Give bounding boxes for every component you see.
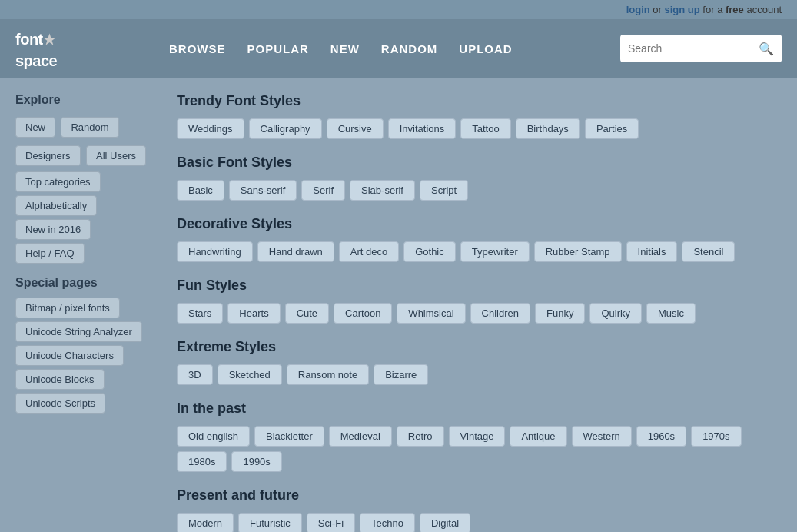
tag-typewriter[interactable]: Typewriter: [460, 241, 530, 262]
nav-new[interactable]: NEW: [330, 42, 360, 55]
login-link[interactable]: login: [626, 4, 650, 15]
tag-blackletter[interactable]: Blackletter: [254, 426, 324, 447]
tag-weddings[interactable]: Weddings: [177, 118, 244, 139]
section-title-4: Extreme Styles: [177, 339, 782, 355]
tag-1970s[interactable]: 1970s: [691, 426, 741, 447]
explore-inline-buttons-2: Designers All Users: [15, 143, 161, 168]
tag-1960s[interactable]: 1960s: [636, 426, 686, 447]
sidebar-btn-alphabetically[interactable]: Alphabetically: [15, 195, 97, 216]
tag-rubber-stamp[interactable]: Rubber Stamp: [534, 241, 622, 262]
sidebar-btn-new[interactable]: New: [15, 117, 55, 138]
tag-parties[interactable]: Parties: [585, 118, 639, 139]
tag-stencil[interactable]: Stencil: [682, 241, 735, 262]
sidebar-btn-allusers[interactable]: All Users: [86, 145, 146, 166]
sidebar-btn-unicode-blocks[interactable]: Unicode Blocks: [15, 369, 105, 390]
tag-whimsical[interactable]: Whimsical: [397, 303, 465, 324]
tag-sci-fi[interactable]: Sci-Fi: [307, 513, 355, 532]
tag-handwriting[interactable]: Handwriting: [177, 241, 253, 262]
tag-invitations[interactable]: Invitations: [388, 118, 457, 139]
tag-cute[interactable]: Cute: [285, 303, 329, 324]
tag-cartoon[interactable]: Cartoon: [334, 303, 392, 324]
tags-row-2: HandwritingHand drawnArt decoGothicTypew…: [177, 241, 782, 262]
signup-link[interactable]: sign up: [665, 4, 700, 15]
logo: font★space: [15, 27, 57, 70]
tag-3d[interactable]: 3D: [177, 364, 213, 385]
sidebar-btn-designers[interactable]: Designers: [15, 145, 81, 166]
tags-row-5: Old englishBlackletterMedievalRetroVinta…: [177, 426, 782, 472]
sidebar-btn-topcategories[interactable]: Top categories: [15, 171, 101, 192]
main-layout: Explore New Random Designers All Users T…: [0, 78, 797, 532]
sidebar-btn-unicode-scripts[interactable]: Unicode Scripts: [15, 393, 105, 414]
tag-digital[interactable]: Digital: [420, 513, 470, 532]
tags-row-1: BasicSans-serifSerifSlab-serifScript: [177, 180, 782, 201]
main-nav: BROWSE POPULAR NEW RANDOM UPLOAD: [169, 42, 597, 55]
tag-antique[interactable]: Antique: [510, 426, 566, 447]
section-title-6: Present and future: [177, 487, 782, 504]
nav-browse[interactable]: BROWSE: [169, 42, 226, 55]
tag-medieval[interactable]: Medieval: [329, 426, 392, 447]
sidebar: Explore New Random Designers All Users T…: [15, 93, 161, 532]
sidebar-btn-helpfaq[interactable]: Help / FAQ: [15, 243, 85, 264]
nav-upload[interactable]: UPLOAD: [459, 42, 512, 55]
tag-stars[interactable]: Stars: [177, 303, 223, 324]
tags-row-0: WeddingsCalligraphyCursiveInvitationsTat…: [177, 118, 782, 139]
top-bar: login or sign up for a free account: [0, 0, 797, 19]
sidebar-btn-bitmap[interactable]: Bitmap / pixel fonts: [15, 298, 120, 318]
section-title-2: Decorative Styles: [177, 216, 782, 232]
tag-old-english[interactable]: Old english: [177, 426, 250, 447]
tag-art-deco[interactable]: Art deco: [339, 241, 399, 262]
tag-music[interactable]: Music: [646, 303, 696, 324]
logo-area: font★space: [15, 27, 146, 70]
logo-star: ★: [43, 32, 55, 48]
tag-retro[interactable]: Retro: [397, 426, 444, 447]
tags-row-6: ModernFuturisticSci-FiTechnoDigital: [177, 513, 782, 532]
tag-1990s[interactable]: 1990s: [231, 451, 281, 472]
explore-title: Explore: [15, 93, 161, 107]
header: font★space BROWSE POPULAR NEW RANDOM UPL…: [0, 19, 797, 78]
search-button[interactable]: 🔍: [751, 35, 782, 62]
tag-cursive[interactable]: Cursive: [327, 118, 384, 139]
tag-techno[interactable]: Techno: [360, 513, 415, 532]
section-title-1: Basic Font Styles: [177, 155, 782, 171]
tags-row-4: 3DSketchedRansom noteBizarre: [177, 364, 782, 385]
sidebar-btn-unicode-chars[interactable]: Unicode Characters: [15, 345, 124, 366]
tag-hearts[interactable]: Hearts: [227, 303, 280, 324]
tag-birthdays[interactable]: Birthdays: [516, 118, 580, 139]
tag-sketched[interactable]: Sketched: [218, 364, 282, 385]
sidebar-btn-unicode-analyzer[interactable]: Unicode String Analyzer: [15, 321, 142, 342]
tag-bizarre[interactable]: Bizarre: [374, 364, 428, 385]
tags-row-3: StarsHeartsCuteCartoonWhimsicalChildrenF…: [177, 303, 782, 324]
explore-inline-buttons: New Random: [15, 115, 161, 140]
tag-gothic[interactable]: Gothic: [403, 241, 456, 262]
tag-hand-drawn[interactable]: Hand drawn: [257, 241, 334, 262]
tag-sans-serif[interactable]: Sans-serif: [229, 180, 297, 201]
tag-serif[interactable]: Serif: [301, 180, 345, 201]
tag-ransom-note[interactable]: Ransom note: [287, 364, 369, 385]
search-input[interactable]: [620, 42, 751, 55]
tag-basic[interactable]: Basic: [177, 180, 224, 201]
sidebar-btn-random[interactable]: Random: [61, 117, 118, 138]
tag-quirky[interactable]: Quirky: [589, 303, 642, 324]
tag-funky[interactable]: Funky: [535, 303, 585, 324]
search-bar: 🔍: [620, 35, 782, 62]
content-area: Trendy Font StylesWeddingsCalligraphyCur…: [177, 93, 782, 532]
special-title: Special pages: [15, 276, 161, 290]
nav-popular[interactable]: POPULAR: [247, 42, 309, 55]
tag-calligraphy[interactable]: Calligraphy: [249, 118, 322, 139]
sidebar-btn-newin2016[interactable]: New in 2016: [15, 219, 91, 240]
tag-script[interactable]: Script: [420, 180, 468, 201]
section-title-3: Fun Styles: [177, 278, 782, 294]
section-title-0: Trendy Font Styles: [177, 93, 782, 109]
tag-initials[interactable]: Initials: [626, 241, 678, 262]
tag-children[interactable]: Children: [470, 303, 530, 324]
nav-random[interactable]: RANDOM: [381, 42, 438, 55]
tag-vintage[interactable]: Vintage: [449, 426, 506, 447]
tag-tattoo[interactable]: Tattoo: [460, 118, 510, 139]
section-title-5: In the past: [177, 401, 782, 417]
tag-slab-serif[interactable]: Slab-serif: [350, 180, 415, 201]
tag-western[interactable]: Western: [572, 426, 632, 447]
tag-1980s[interactable]: 1980s: [177, 451, 227, 472]
tag-futuristic[interactable]: Futuristic: [238, 513, 302, 532]
tag-modern[interactable]: Modern: [177, 513, 234, 532]
